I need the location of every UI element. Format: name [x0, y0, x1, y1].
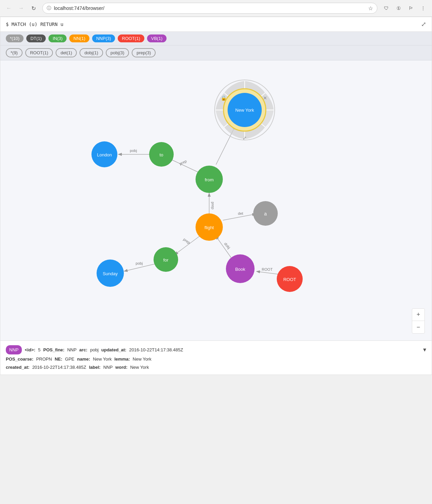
filter-row-1: *(10) DT(1) IN(3) NN(1) NNP(3) ROOT(1) V… [0, 32, 432, 45]
forward-button[interactable]: → [16, 3, 26, 13]
info-createdat-value: 2016-10-22T14:17:38.485Z [32, 363, 86, 371]
info-row-2: POS_coarse: PROPN NE: GPE name: New York… [6, 355, 426, 363]
badge-nnp3[interactable]: NNP(3) [92, 34, 115, 42]
edge-label-det: det [238, 211, 243, 215]
info-id-label: <id>: [25, 346, 35, 354]
browser-extensions: 🛡 ① 🏳 ⋮ [381, 3, 428, 13]
info-createdat-label: created_at: [6, 363, 29, 371]
node-label-sunday: Sunday [103, 271, 118, 276]
app-container: $ MATCH (u) RETURN u ⤢ *(10) DT(1) IN(3)… [0, 17, 432, 375]
info-arc-value: pobj [90, 346, 99, 354]
badge-det1[interactable]: det(1) [56, 48, 77, 57]
badge-vb1[interactable]: VB(1) [147, 34, 167, 42]
address-bar[interactable]: ⓘ localhost:7474/browser/ ☆ [42, 3, 377, 14]
info-poscoarse-value: PROPN [36, 355, 52, 363]
zoom-controls: + − [412, 308, 425, 334]
extension-2[interactable]: ① [394, 3, 403, 13]
info-lemma-label: lemma: [114, 355, 130, 363]
info-name-value: New York [93, 355, 112, 363]
node-label-london: London [97, 152, 112, 157]
info-updatedat-value: 2016-10-22T14:17:38.485Z [129, 346, 183, 354]
badge-pobj3[interactable]: pobj(3) [106, 48, 129, 57]
zoom-in-button[interactable]: + [412, 309, 424, 321]
badge-star9[interactable]: *(9) [6, 48, 23, 57]
node-label-for: for [163, 257, 169, 263]
browser-chrome: ← → ↻ ⓘ localhost:7474/browser/ ☆ 🛡 ① 🏳 … [0, 0, 432, 17]
info-arc-label: arc: [79, 346, 87, 354]
extension-3[interactable]: 🏳 [406, 3, 416, 13]
node-label-to: to [160, 152, 163, 157]
query-text: $ MATCH (u) RETURN u [6, 22, 63, 27]
info-poscoarse-label: POS_coarse: [6, 355, 33, 363]
badge-in3[interactable]: IN(3) [48, 34, 67, 42]
edge-label-root: ROOT [262, 267, 273, 271]
edge-label-prep2: prep [211, 202, 215, 209]
info-panel-dropdown[interactable]: ▾ [423, 344, 426, 355]
bookmark-icon[interactable]: ☆ [368, 5, 373, 12]
filter-row-2: *(9) ROOT(1) det(1) dobj(1) pobj(3) prep… [0, 45, 432, 60]
info-label-label: label: [89, 363, 101, 371]
nav-buttons: ← → ↻ [4, 3, 38, 13]
info-posfine-label: POS_fine: [43, 346, 64, 354]
info-updatedat-label: updated_at: [101, 346, 127, 354]
info-word-value: New York [130, 363, 149, 371]
badge-root1b[interactable]: ROOT(1) [25, 48, 53, 57]
lock-icon: ⓘ [47, 5, 51, 11]
info-ne-value: GPE [65, 355, 74, 363]
info-word-label: word: [115, 363, 127, 371]
badge-nn1[interactable]: NN(1) [69, 34, 89, 42]
edge-label-pobj1: pobj [130, 149, 137, 153]
radial-icon-expand[interactable]: ⤢ [243, 135, 247, 141]
url-text: localhost:7474/browser/ [54, 5, 365, 11]
node-type-badge[interactable]: NNP [6, 345, 22, 354]
node-label-flight: flight [204, 225, 214, 230]
node-label-a: a [264, 211, 267, 216]
info-row-3: created_at: 2016-10-22T14:17:38.485Z lab… [6, 363, 426, 371]
graph-area[interactable]: pobj prep prep det prep pobj dobj ROOT [0, 60, 432, 340]
badge-star10[interactable]: *(10) [6, 34, 24, 42]
refresh-button[interactable]: ↻ [29, 3, 38, 13]
edge-label-prep1: prep [179, 159, 187, 166]
badge-dobj1[interactable]: dobj(1) [80, 48, 103, 57]
info-label-value: NNP [103, 363, 113, 371]
edge-root [257, 271, 278, 274]
info-lemma-value: New York [133, 355, 152, 363]
expand-icon[interactable]: ⤢ [421, 20, 426, 28]
info-name-label: name: [77, 355, 90, 363]
info-posfine-value: NNP [67, 346, 76, 354]
badge-prep3[interactable]: prep(3) [132, 48, 156, 57]
info-ne-label: NE: [55, 355, 62, 363]
query-bar: $ MATCH (u) RETURN u ⤢ [0, 17, 432, 32]
edge-label-pobj2: pobj [136, 261, 143, 265]
node-label-from: from [205, 177, 214, 182]
extension-1[interactable]: 🛡 [381, 3, 391, 13]
info-id-value: 5 [38, 346, 41, 354]
badge-dt1[interactable]: DT(1) [26, 34, 46, 42]
node-label-book: Book [235, 267, 245, 272]
node-label-root: ROOT [283, 277, 296, 282]
graph-svg: pobj prep prep det prep pobj dobj ROOT [0, 60, 432, 340]
node-label-new-york: New York [235, 108, 254, 113]
menu-button[interactable]: ⋮ [418, 3, 428, 13]
badge-root1[interactable]: ROOT(1) [118, 34, 144, 42]
back-button[interactable]: ← [4, 3, 14, 13]
info-row-1: NNP <id>: 5 POS_fine: NNP arc: pobj upda… [6, 344, 426, 355]
info-panel: NNP <id>: 5 POS_fine: NNP arc: pobj upda… [0, 340, 432, 375]
zoom-out-button[interactable]: − [412, 321, 424, 333]
